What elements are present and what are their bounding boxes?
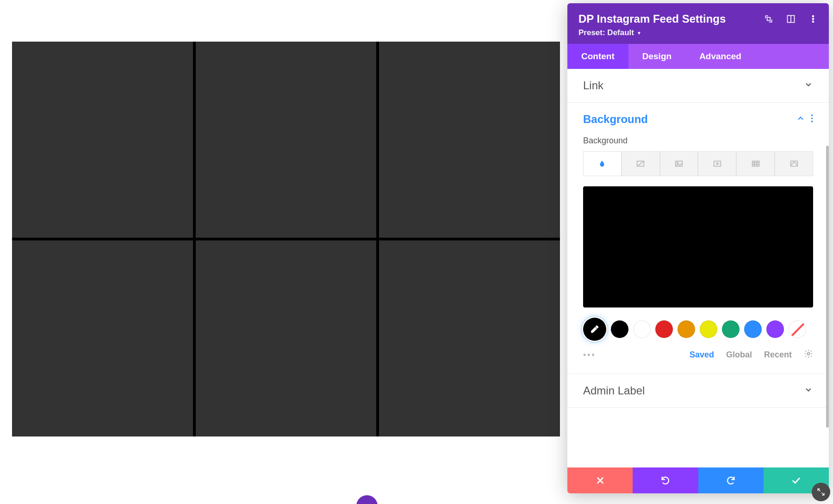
color-swatch[interactable] xyxy=(722,320,740,338)
panel-title: DP Instagram Feed Settings xyxy=(578,12,764,25)
background-type-tabs xyxy=(583,151,813,176)
panel-header: DP Instagram Feed Settings Preset: Defau… xyxy=(567,3,829,44)
feed-image[interactable] xyxy=(379,42,560,238)
svg-point-8 xyxy=(811,121,813,123)
svg-point-7 xyxy=(811,117,813,119)
color-swatch[interactable] xyxy=(611,320,628,338)
palette-tab-row: ••• Saved Global Recent xyxy=(583,349,813,361)
cancel-button[interactable] xyxy=(567,467,633,493)
bg-type-gradient[interactable] xyxy=(622,151,660,176)
preset-label: Preset: Default xyxy=(578,28,634,37)
snap-icon[interactable] xyxy=(786,14,796,24)
tab-advanced[interactable]: Advanced xyxy=(685,44,755,69)
palette-settings-icon[interactable] xyxy=(804,349,813,361)
svg-rect-0 xyxy=(767,18,771,21)
tab-content[interactable]: Content xyxy=(567,44,628,69)
panel-body: Link Background Backgrou xyxy=(567,69,829,467)
redo-button[interactable] xyxy=(698,467,764,493)
palette-tab-global[interactable]: Global xyxy=(726,350,752,360)
color-swatch[interactable] xyxy=(655,320,673,338)
color-swatch[interactable] xyxy=(744,320,762,338)
resize-handle[interactable] xyxy=(812,483,830,501)
color-swatch[interactable] xyxy=(633,320,651,338)
svg-point-5 xyxy=(813,21,814,22)
color-swatch-row xyxy=(583,318,813,341)
field-label: Background xyxy=(583,136,813,146)
bg-type-mask[interactable] xyxy=(775,151,813,176)
svg-point-3 xyxy=(813,16,814,17)
svg-point-21 xyxy=(808,353,810,355)
svg-rect-15 xyxy=(752,161,759,166)
tab-bar: Content Design Advanced xyxy=(567,44,829,69)
color-swatch-none[interactable] xyxy=(789,320,806,338)
section-title: Background xyxy=(583,113,790,126)
feed-image[interactable] xyxy=(379,240,560,436)
svg-line-10 xyxy=(637,161,644,166)
bg-type-color[interactable] xyxy=(583,151,622,176)
chevron-down-icon xyxy=(804,385,813,396)
svg-point-4 xyxy=(813,18,814,20)
feed-image[interactable] xyxy=(12,42,193,238)
color-swatch[interactable] xyxy=(700,320,717,338)
feed-image[interactable] xyxy=(196,42,377,238)
settings-panel: DP Instagram Feed Settings Preset: Defau… xyxy=(567,3,829,493)
section-background-header[interactable]: Background xyxy=(567,103,829,136)
panel-footer xyxy=(567,467,829,493)
bg-type-video[interactable] xyxy=(698,151,736,176)
bg-type-pattern[interactable] xyxy=(736,151,775,176)
section-title: Admin Label xyxy=(583,384,798,397)
preset-selector[interactable]: Preset: Default ▼ xyxy=(578,28,818,37)
more-icon[interactable] xyxy=(808,14,818,24)
feed-image[interactable] xyxy=(12,240,193,436)
svg-point-6 xyxy=(811,115,813,117)
tab-design[interactable]: Design xyxy=(628,44,685,69)
chevron-down-icon xyxy=(804,80,813,91)
section-more-icon[interactable] xyxy=(811,114,813,125)
palette-more-icon[interactable]: ••• xyxy=(583,350,596,360)
section-title: Link xyxy=(583,79,798,92)
scrollbar[interactable] xyxy=(826,146,829,428)
expand-icon[interactable] xyxy=(764,14,773,24)
eyedropper-button[interactable] xyxy=(583,318,606,341)
background-preview[interactable] xyxy=(583,186,813,307)
palette-tab-saved[interactable]: Saved xyxy=(690,350,714,360)
undo-button[interactable] xyxy=(633,467,698,493)
section-link-header[interactable]: Link xyxy=(567,69,829,102)
palette-tab-recent[interactable]: Recent xyxy=(764,350,792,360)
color-swatch[interactable] xyxy=(766,320,784,338)
svg-line-23 xyxy=(822,493,824,495)
section-admin-label-header[interactable]: Admin Label xyxy=(567,374,829,407)
chevron-down-icon: ▼ xyxy=(637,31,641,36)
chevron-up-icon xyxy=(796,114,805,125)
color-swatch[interactable] xyxy=(678,320,695,338)
svg-marker-14 xyxy=(717,163,719,165)
module-add-button[interactable] xyxy=(356,495,378,504)
instagram-feed-grid xyxy=(12,42,560,436)
bg-type-image[interactable] xyxy=(660,151,698,176)
svg-line-22 xyxy=(818,489,820,491)
feed-image[interactable] xyxy=(196,240,377,436)
